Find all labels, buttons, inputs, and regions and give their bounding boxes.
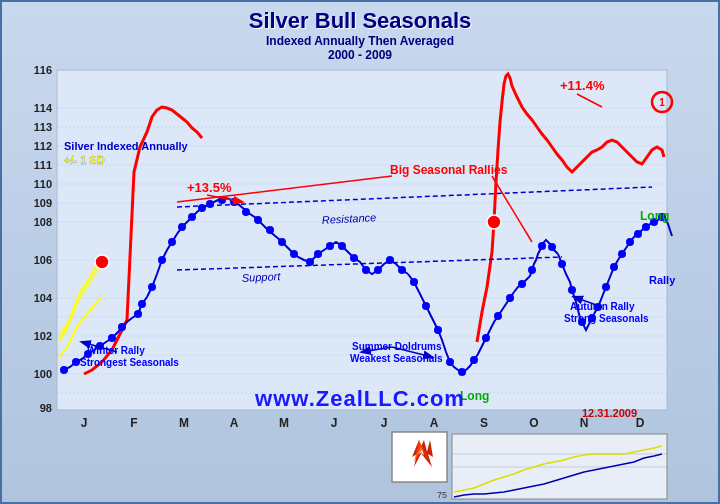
svg-point-80 [422, 302, 430, 310]
svg-point-86 [494, 312, 502, 320]
svg-point-74 [350, 254, 358, 262]
svg-text:112: 112 [34, 140, 52, 152]
svg-point-90 [538, 242, 546, 250]
svg-point-87 [506, 294, 514, 302]
svg-text:M: M [179, 416, 189, 430]
svg-text:Weakest Seasonals: Weakest Seasonals [350, 353, 443, 364]
svg-point-76 [374, 266, 382, 274]
svg-text:J: J [331, 416, 338, 430]
svg-text:A: A [430, 416, 439, 430]
svg-point-84 [470, 356, 478, 364]
svg-text:Big Seasonal Rallies: Big Seasonal Rallies [390, 163, 508, 177]
svg-text:1: 1 [659, 97, 665, 108]
svg-text:Summer Doldrums: Summer Doldrums [352, 341, 442, 352]
svg-point-75 [362, 266, 370, 274]
svg-point-97 [602, 283, 610, 291]
svg-point-57 [158, 256, 166, 264]
chart-container: Silver Bull Seasonals Indexed Annually T… [0, 0, 720, 504]
svg-point-78 [398, 266, 406, 274]
svg-point-99 [618, 250, 626, 258]
svg-text:100: 100 [34, 368, 52, 380]
svg-text:O: O [529, 416, 538, 430]
svg-point-98 [610, 263, 618, 271]
svg-point-73 [338, 242, 346, 250]
svg-text:A: A [230, 416, 239, 430]
svg-point-59 [178, 223, 186, 231]
svg-text:F: F [130, 416, 137, 430]
svg-text:104: 104 [34, 292, 53, 304]
svg-point-55 [138, 300, 146, 308]
svg-text:114: 114 [34, 102, 53, 114]
svg-text:106: 106 [34, 254, 52, 266]
svg-point-58 [168, 238, 176, 246]
svg-rect-130 [452, 434, 667, 499]
svg-point-66 [254, 216, 262, 224]
svg-rect-135 [392, 432, 447, 482]
svg-text:111: 111 [34, 159, 52, 171]
svg-text:102: 102 [34, 330, 52, 342]
svg-point-52 [108, 334, 116, 342]
svg-text:Silver Indexed Annually: Silver Indexed Annually [64, 140, 189, 152]
svg-text:75: 75 [437, 490, 447, 500]
svg-point-77 [386, 256, 394, 264]
svg-point-88 [518, 280, 526, 288]
svg-text:J: J [381, 416, 388, 430]
svg-text:+13.5%: +13.5% [187, 180, 232, 195]
svg-text:Long: Long [640, 209, 669, 223]
svg-text:98: 98 [40, 402, 52, 414]
svg-text:Strong Seasonals: Strong Seasonals [564, 313, 649, 324]
svg-point-53 [118, 323, 126, 331]
svg-text:Rally: Rally [649, 274, 676, 286]
svg-point-69 [290, 250, 298, 258]
svg-point-100 [626, 238, 634, 246]
svg-point-56 [148, 283, 156, 291]
svg-point-43 [487, 215, 501, 229]
svg-text:110: 110 [34, 178, 52, 190]
svg-point-79 [410, 278, 418, 286]
svg-point-67 [266, 226, 274, 234]
svg-point-89 [528, 266, 536, 274]
svg-text:Autumn Rally: Autumn Rally [570, 301, 635, 312]
svg-point-102 [642, 223, 650, 231]
svg-point-92 [558, 260, 566, 268]
svg-point-82 [446, 358, 454, 366]
main-svg: 116 114 113 112 111 110 109 108 106 104 … [2, 2, 720, 504]
svg-point-91 [548, 243, 556, 251]
svg-point-62 [206, 200, 214, 208]
svg-point-93 [568, 286, 576, 294]
svg-point-72 [326, 242, 334, 250]
svg-point-68 [278, 238, 286, 246]
svg-text:Strongest Seasonals: Strongest Seasonals [80, 357, 179, 368]
svg-point-71 [314, 250, 322, 258]
svg-text:12.31.2009: 12.31.2009 [582, 407, 637, 419]
svg-text:M: M [279, 416, 289, 430]
svg-point-83 [458, 368, 466, 376]
svg-text:108: 108 [34, 216, 52, 228]
watermark: www.ZealLLC.com [255, 386, 465, 412]
svg-text:Support: Support [241, 270, 281, 284]
svg-text:116: 116 [34, 64, 52, 76]
svg-point-81 [434, 326, 442, 334]
svg-text:S: S [480, 416, 488, 430]
svg-point-49 [72, 358, 80, 366]
svg-text:109: 109 [34, 197, 52, 209]
svg-point-85 [482, 334, 490, 342]
svg-point-42 [95, 255, 109, 269]
svg-text:113: 113 [34, 121, 52, 133]
svg-point-60 [188, 213, 196, 221]
svg-text:J: J [81, 416, 88, 430]
svg-point-48 [60, 366, 68, 374]
svg-point-65 [242, 208, 250, 216]
svg-text:+11.4%: +11.4% [560, 78, 605, 93]
svg-text:+/- 1 SD: +/- 1 SD [64, 154, 105, 166]
svg-point-101 [634, 230, 642, 238]
